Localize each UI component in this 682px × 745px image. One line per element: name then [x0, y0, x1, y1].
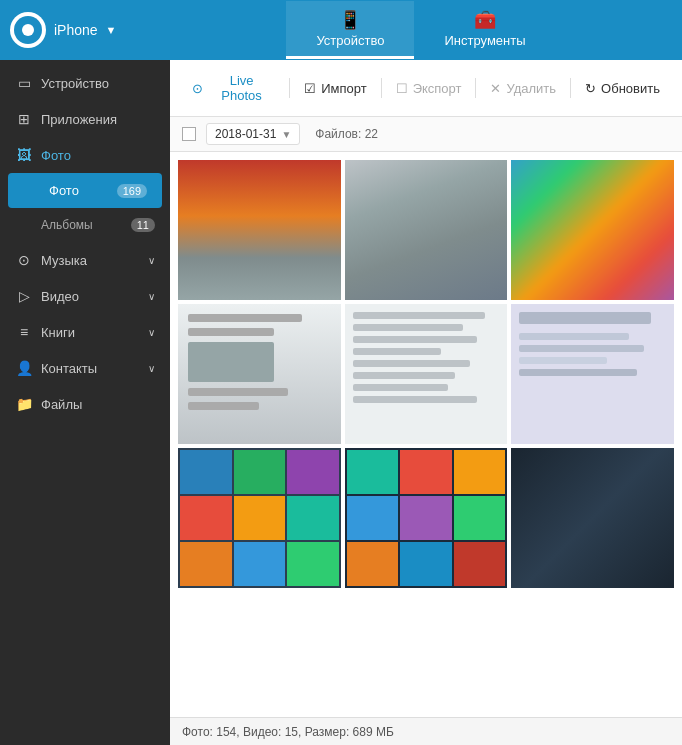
photo-minigrid-img [178, 448, 341, 588]
nav-item-device-label: Устройство [316, 33, 384, 48]
photo-grid [170, 152, 682, 717]
sidebar-item-books[interactable]: ≡ Книги ∨ [0, 314, 170, 350]
nav-item-device[interactable]: 📱 Устройство [286, 1, 414, 59]
date-filter-bar: 2018-01-31 ▼ Файлов: 22 [170, 117, 682, 152]
photo-cell-ceiling[interactable] [345, 160, 508, 300]
sidebar-device-label: Устройство [41, 76, 109, 91]
device-name[interactable]: iPhone [54, 22, 98, 38]
import-button[interactable]: ☑ Импорт [294, 76, 376, 101]
apps-icon: ⊞ [15, 111, 33, 127]
export-icon: ☐ [396, 81, 408, 96]
sidebar-item-contacts[interactable]: 👤 Контакты ∨ [0, 350, 170, 386]
import-label: Импорт [321, 81, 366, 96]
sidebar-item-photos[interactable]: Фото 169 [8, 173, 162, 208]
export-label: Экспорт [413, 81, 462, 96]
photo-row-2 [178, 304, 674, 444]
photos-section-icon: 🖼 [15, 147, 33, 163]
photo-cell-social[interactable] [345, 304, 508, 444]
sidebar-music-label: Музыка [41, 253, 87, 268]
photo-cell-dark[interactable] [511, 448, 674, 588]
nav-item-tools[interactable]: 🧰 Инструменты [414, 1, 555, 59]
photo-row-1 [178, 160, 674, 300]
photo-dark-img [511, 448, 674, 588]
device-nav-icon: 📱 [339, 9, 361, 31]
export-button[interactable]: ☐ Экспорт [386, 76, 472, 101]
device-dropdown-icon[interactable]: ▼ [106, 24, 117, 36]
photo-cell-minigrid2[interactable] [345, 448, 508, 588]
status-bar: Фото: 154, Видео: 15, Размер: 689 МБ [170, 717, 682, 745]
toolbar-divider-2 [381, 78, 382, 98]
sidebar-apps-label: Приложения [41, 112, 117, 127]
files-icon: 📁 [15, 396, 33, 412]
header-nav: 📱 Устройство 🧰 Инструменты [286, 1, 555, 59]
photo-social-img [345, 304, 508, 444]
sidebar-books-label: Книги [41, 325, 75, 340]
sidebar: ▭ Устройство ⊞ Приложения 🖼 Фото Фото 16… [0, 60, 170, 745]
sidebar-contacts-label: Контакты [41, 361, 97, 376]
sidebar-item-photos-section[interactable]: 🖼 Фото [0, 137, 170, 173]
toolbar-divider-3 [475, 78, 476, 98]
delete-button[interactable]: ✕ Удалить [480, 76, 566, 101]
sidebar-item-music[interactable]: ⊙ Музыка ∨ [0, 242, 170, 278]
photo-minigrid2-img [345, 448, 508, 588]
file-count: Файлов: 22 [315, 127, 378, 141]
music-arrow-icon: ∨ [148, 255, 155, 266]
contacts-arrow-icon: ∨ [148, 363, 155, 374]
status-text: Фото: 154, Видео: 15, Размер: 689 МБ [182, 725, 394, 739]
import-icon: ☑ [304, 81, 316, 96]
tools-nav-icon: 🧰 [474, 9, 496, 31]
contacts-icon: 👤 [15, 360, 33, 376]
video-icon: ▷ [15, 288, 33, 304]
sidebar-files-label: Файлы [41, 397, 82, 412]
refresh-label: Обновить [601, 81, 660, 96]
photos-badge: 169 [117, 184, 147, 198]
photo-cell-blurred[interactable] [511, 160, 674, 300]
date-checkbox[interactable] [182, 127, 196, 141]
photo-cell-sunset[interactable] [178, 160, 341, 300]
books-icon: ≡ [15, 324, 33, 340]
app-logo: iPhone ▼ [10, 12, 170, 48]
photo-sunset-img [178, 160, 341, 300]
logo-icon [10, 12, 46, 48]
photo-row-3 [178, 448, 674, 588]
photo-blurred-img [511, 160, 674, 300]
app-header: iPhone ▼ 📱 Устройство 🧰 Инструменты [0, 0, 682, 60]
date-dropdown-icon: ▼ [281, 129, 291, 140]
refresh-icon: ↻ [585, 81, 596, 96]
date-value: 2018-01-31 [215, 127, 276, 141]
photo-blurred2-img [511, 304, 674, 444]
date-select[interactable]: 2018-01-31 ▼ [206, 123, 300, 145]
video-arrow-icon: ∨ [148, 291, 155, 302]
main-layout: ▭ Устройство ⊞ Приложения 🖼 Фото Фото 16… [0, 60, 682, 745]
content-area: ⊙ Live Photos ☑ Импорт ☐ Экспорт ✕ Удали… [170, 60, 682, 745]
photo-cell-blurred2[interactable] [511, 304, 674, 444]
photo-cell-screen[interactable] [178, 304, 341, 444]
toolbar-divider-1 [289, 78, 290, 98]
refresh-button[interactable]: ↻ Обновить [575, 76, 670, 101]
delete-icon: ✕ [490, 81, 501, 96]
sidebar-albums-label: Альбомы [41, 218, 93, 232]
music-icon: ⊙ [15, 252, 33, 268]
photo-screen-img [178, 304, 341, 444]
sidebar-item-files[interactable]: 📁 Файлы [0, 386, 170, 422]
sidebar-video-label: Видео [41, 289, 79, 304]
live-photos-button[interactable]: ⊙ Live Photos [182, 68, 285, 108]
sidebar-item-apps[interactable]: ⊞ Приложения [0, 101, 170, 137]
photo-cell-minigrid[interactable] [178, 448, 341, 588]
live-photos-icon: ⊙ [192, 81, 203, 96]
sidebar-item-device[interactable]: ▭ Устройство [0, 65, 170, 101]
sidebar-item-albums[interactable]: Альбомы 11 [0, 208, 170, 242]
photo-ceiling-img [345, 160, 508, 300]
toolbar: ⊙ Live Photos ☑ Импорт ☐ Экспорт ✕ Удали… [170, 60, 682, 117]
albums-badge: 11 [131, 218, 155, 232]
toolbar-divider-4 [570, 78, 571, 98]
device-icon: ▭ [15, 75, 33, 91]
nav-item-tools-label: Инструменты [444, 33, 525, 48]
sidebar-photos-label: Фото [23, 183, 79, 198]
live-photos-label: Live Photos [208, 73, 275, 103]
books-arrow-icon: ∨ [148, 327, 155, 338]
sidebar-item-video[interactable]: ▷ Видео ∨ [0, 278, 170, 314]
delete-label: Удалить [506, 81, 556, 96]
logo-eye [14, 16, 42, 44]
sidebar-photos-section-label: Фото [41, 148, 71, 163]
